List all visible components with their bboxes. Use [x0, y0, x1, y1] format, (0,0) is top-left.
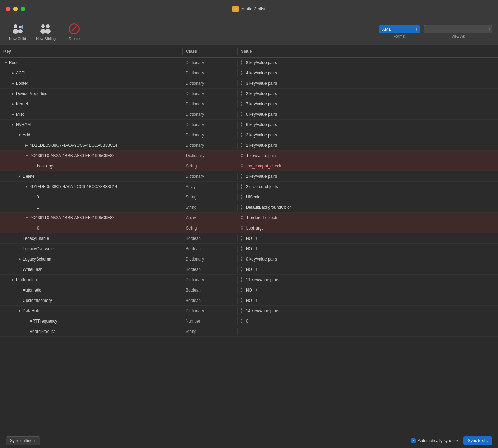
value-stepper[interactable]: ▲▼ [240, 266, 243, 273]
value-stepper[interactable]: ▲▼ [240, 70, 243, 76]
sync-text-button[interactable]: Sync text ↓ [463, 436, 492, 445]
value-cell: ▲▼-no_compat_check [238, 162, 498, 171]
new-child-label: New Child [9, 37, 26, 41]
view-as-select[interactable] [424, 25, 492, 33]
table-row[interactable]: MiscDictionary▲▼6 key/value pairs [0, 109, 498, 120]
class-cell: Dictionary [183, 59, 238, 67]
value-stepper[interactable]: ▲▼ [240, 308, 243, 314]
expand-arrow[interactable] [11, 278, 14, 282]
expand-arrow[interactable] [18, 133, 21, 137]
table-row[interactable]: LegacySchemaDictionary▲▼0 key/value pair… [0, 254, 498, 264]
key-text: PlatformInfo [16, 277, 38, 282]
expand-arrow[interactable] [11, 123, 14, 126]
table-row[interactable]: 0String▲▼boot-args [0, 223, 498, 233]
table-row[interactable]: WriteFlashBoolean▲▼NO⬍ [0, 264, 498, 275]
table-row[interactable]: 7C436110-AB2A-4BBB-A880-FE41995C9F82Dict… [0, 151, 498, 161]
table-row[interactable]: ARTFrequencyNumber▲▼0 [0, 316, 498, 326]
expand-arrow[interactable] [11, 92, 14, 95]
table-row[interactable]: BooterDictionary▲▼3 key/value pairs [0, 78, 498, 89]
value-stepper[interactable]: ▲▼ [240, 80, 243, 86]
table-row[interactable]: DevicePropertiesDictionary▲▼2 key/value … [0, 89, 498, 99]
value-stepper[interactable]: ▲▼ [240, 277, 243, 283]
table-body[interactable]: RootDictionary▲▼8 key/value pairsACPIDic… [0, 58, 498, 433]
table-row[interactable]: LegacyOverwriteBoolean▲▼NO⬍ [0, 244, 498, 254]
expand-arrow[interactable] [4, 61, 8, 64]
expand-arrow[interactable] [25, 144, 28, 147]
table-row[interactable]: boot-argsString▲▼-no_compat_check [0, 161, 498, 171]
value-stepper[interactable]: ▲▼ [240, 256, 243, 262]
key-text: DataHub [23, 308, 39, 313]
table-row[interactable]: DeleteDictionary▲▼2 key/value pairs [0, 171, 498, 182]
value-stepper[interactable]: ▲▼ [240, 111, 243, 118]
value-stepper[interactable]: ▲▼ [240, 297, 243, 304]
expand-arrow[interactable] [25, 185, 28, 189]
expand-arrow[interactable] [18, 175, 21, 178]
value-cell: ▲▼1 ordered objects [238, 213, 498, 222]
table-row[interactable]: 1String▲▼DefaultBackgroundColor [0, 202, 498, 213]
value-stepper[interactable]: ▲▼ [240, 318, 243, 324]
close-button[interactable] [6, 7, 10, 11]
table-row[interactable]: LegacyEnableBoolean▲▼NO⬍ [0, 233, 498, 244]
boolean-stepper[interactable]: ⬍ [255, 298, 258, 302]
auto-sync-checkbox[interactable]: ✓ [411, 438, 416, 443]
value-text: NO [246, 298, 252, 303]
table-row[interactable]: 7C436110-AB2A-4BBB-A880-FE41995C9F82Arra… [0, 213, 498, 223]
value-stepper[interactable]: ▲▼ [240, 101, 243, 107]
expand-arrow[interactable] [25, 216, 29, 220]
value-stepper[interactable]: ▲▼ [240, 122, 243, 128]
value-stepper[interactable]: ▲▼ [240, 246, 243, 252]
value-stepper[interactable]: ▲▼ [240, 204, 243, 211]
table-row[interactable]: AutomaticBoolean▲▼NO⬍ [0, 285, 498, 295]
expand-arrow[interactable] [11, 113, 14, 116]
table-header: Key Class Value [0, 45, 498, 58]
key-text: boot-args [37, 164, 54, 169]
boolean-stepper[interactable]: ⬍ [255, 247, 258, 251]
boolean-stepper[interactable]: ⬍ [255, 267, 258, 271]
maximize-button[interactable] [21, 7, 25, 11]
table-row[interactable]: 4D1EDE05-38C7-4A6A-9CC6-4BCCA8B38C14Arra… [0, 182, 498, 192]
table-row[interactable]: CustomMemoryBoolean▲▼NO⬍ [0, 295, 498, 306]
value-text: 4 key/value pairs [246, 71, 277, 75]
value-stepper[interactable]: ▲▼ [240, 91, 243, 97]
table-row[interactable]: KernelDictionary▲▼7 key/value pairs [0, 99, 498, 109]
value-stepper[interactable]: ▲▼ [241, 153, 243, 159]
expand-arrow[interactable] [11, 71, 14, 75]
key-text: LegacyOverwrite [23, 246, 54, 251]
value-stepper[interactable]: ▲▼ [240, 287, 243, 293]
table-row[interactable]: DataHubDictionary▲▼14 key/value pairs [0, 306, 498, 316]
new-child-button[interactable]: New Child [6, 21, 30, 43]
expand-arrow[interactable] [18, 309, 21, 313]
delete-button[interactable]: Delete [62, 21, 86, 43]
traffic-lights [6, 7, 25, 11]
table-row[interactable]: PlatformInfoDictionary▲▼11 key/value pai… [0, 275, 498, 285]
value-stepper[interactable]: ▲▼ [240, 194, 243, 200]
format-select[interactable]: XML Binary JSON [379, 25, 420, 33]
table-row[interactable]: AddDictionary▲▼2 key/value pairs [0, 130, 498, 140]
expand-arrow[interactable] [25, 154, 29, 157]
expand-arrow[interactable] [11, 102, 14, 106]
svg-point-1 [13, 29, 18, 34]
table-row[interactable]: RootDictionary▲▼8 key/value pairs [0, 58, 498, 68]
sync-outline-button[interactable]: Sync outline ↑ [6, 436, 40, 445]
table-row[interactable]: ACPIDictionary▲▼4 key/value pairs [0, 68, 498, 78]
value-stepper[interactable]: ▲▼ [240, 60, 243, 66]
value-stepper[interactable]: ▲▼ [240, 235, 243, 242]
value-stepper[interactable]: ▲▼ [240, 132, 243, 138]
value-stepper[interactable]: ▲▼ [241, 215, 243, 221]
value-stepper[interactable]: ▲▼ [240, 142, 243, 149]
new-sibling-button[interactable]: New Sibling [32, 21, 59, 43]
value-stepper[interactable]: ▲▼ [240, 173, 243, 180]
table-row[interactable]: 0String▲▼UIScale [0, 192, 498, 202]
expand-arrow[interactable] [11, 82, 14, 85]
table-row[interactable]: 4D1EDE05-38C7-4A6A-9CC6-4BCCA8B38C14Dict… [0, 140, 498, 151]
expand-arrow[interactable] [18, 257, 21, 261]
boolean-stepper[interactable]: ⬍ [255, 288, 258, 292]
value-stepper[interactable]: ▲▼ [241, 163, 243, 169]
table-row[interactable]: NVRAMDictionary▲▼6 key/value pairs [0, 120, 498, 130]
value-stepper[interactable]: ▲▼ [241, 225, 243, 231]
minimize-button[interactable] [13, 7, 18, 11]
value-stepper[interactable]: ▲▼ [240, 184, 243, 190]
boolean-stepper[interactable]: ⬍ [255, 236, 258, 240]
table-row[interactable]: BoardProductString [0, 326, 498, 337]
view-as-select-group: ⬍ View As [424, 25, 492, 38]
